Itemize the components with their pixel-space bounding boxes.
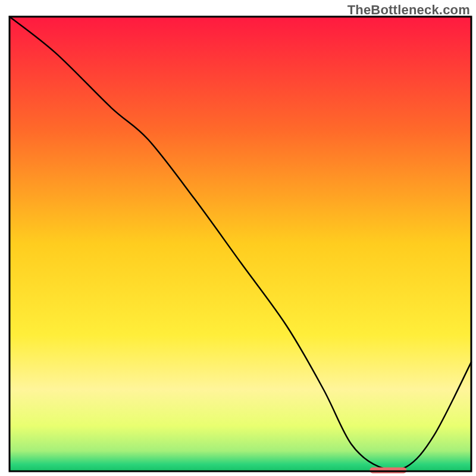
bottleneck-chart [0, 0, 476, 476]
optimal-range-marker [369, 468, 406, 474]
watermark-label: TheBottleneck.com [347, 2, 470, 18]
gradient-background [10, 17, 471, 471]
chart-container: TheBottleneck.com [0, 0, 476, 476]
